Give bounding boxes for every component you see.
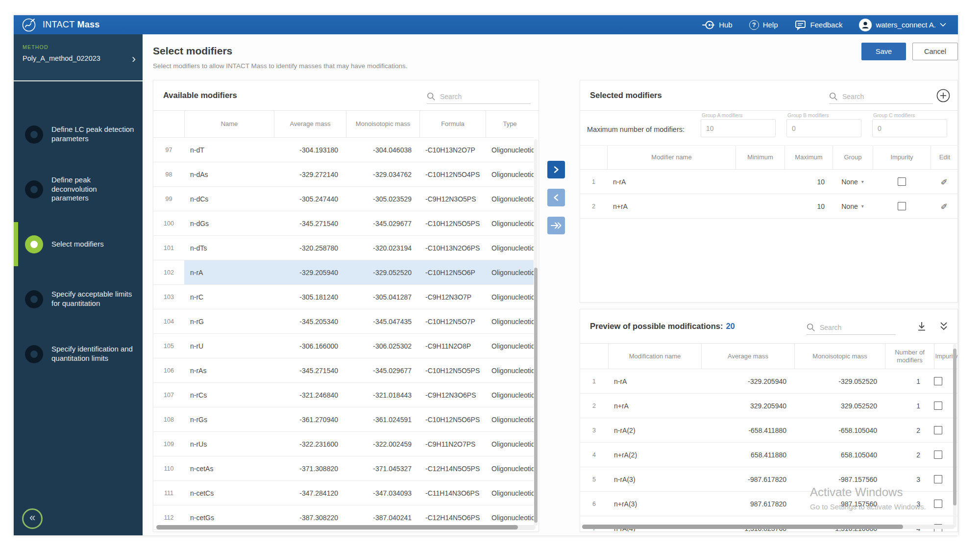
add-modifier-button[interactable] xyxy=(936,88,951,103)
table-row[interactable]: 2 n+rA 10 None▾ ✎ xyxy=(580,194,957,219)
impurity-checkbox[interactable] xyxy=(898,177,906,186)
row-number: 7 xyxy=(580,516,608,532)
move-left-button[interactable] xyxy=(547,189,565,206)
table-row[interactable]: 98 n-dAs -329.272140 -329.034762 -C10H12… xyxy=(153,162,534,187)
impurity-checkbox[interactable] xyxy=(934,377,942,385)
hub-menu-item[interactable]: Hub xyxy=(702,20,733,30)
group-b-input[interactable]: Group B modifiers 0 xyxy=(786,112,861,137)
table-row[interactable]: 111 n-cetCs -347.284120 -347.034093 -C11… xyxy=(153,481,534,505)
average-mass-cell: -345.271540 xyxy=(274,358,346,382)
impurity-checkbox[interactable] xyxy=(934,500,942,508)
group-dropdown[interactable]: None▾ xyxy=(833,178,873,186)
sidebar-step[interactable]: Specify identification and quantitation … xyxy=(14,327,143,381)
search-icon xyxy=(807,323,815,332)
table-row[interactable]: 1 n-rA 10 None▾ ✎ xyxy=(580,170,957,194)
modification-name-cell: n-rA xyxy=(608,369,701,393)
group-input-value: 0 xyxy=(872,119,947,137)
column-header: Modifier name xyxy=(607,146,735,169)
table-row[interactable]: 110 n-cetAs -371.308820 -371.045327 -C12… xyxy=(153,456,534,481)
sidebar-step[interactable]: Define LC peak detection parameters xyxy=(14,107,143,162)
sidebar-step[interactable]: Define peak deconvolution parameters xyxy=(14,162,143,217)
group-dropdown[interactable]: None▾ xyxy=(833,202,873,210)
sidebar-step[interactable]: Specify acceptable limits for quantitati… xyxy=(14,272,143,327)
table-row[interactable]: 105 n-rU -306.166000 -306.025302 -C9H11N… xyxy=(153,334,534,358)
modifier-name-cell: n-dAs xyxy=(184,162,274,186)
table-row[interactable]: 100 n-dGs -345.271540 -345.029677 -C10H1… xyxy=(153,211,534,236)
save-button[interactable]: Save xyxy=(861,43,906,60)
table-row[interactable]: 2 n+rA 329.205940 329.052520 1 xyxy=(580,394,957,418)
selected-table-body: 1 n-rA 10 None▾ ✎ 2 n+rA xyxy=(580,170,957,219)
step-label: Define LC peak detection parameters xyxy=(51,125,136,144)
modifier-name-cell: n-dGs xyxy=(184,211,274,235)
table-row[interactable]: 4 n+rA(2) 658.411880 658.105040 2 xyxy=(580,443,957,467)
search-placeholder: Search xyxy=(842,93,864,101)
number-of-modifiers-cell: 1 xyxy=(885,394,934,418)
preview-panel-title: Preview of possible modifications:20 xyxy=(590,322,735,331)
preview-search-input[interactable]: Search xyxy=(807,320,896,335)
formula-cell: -C10H12N5O5PS xyxy=(419,358,486,382)
modification-name-cell: n+rA xyxy=(608,394,701,418)
impurity-checkbox[interactable] xyxy=(934,475,942,483)
average-mass-cell: -347.284120 xyxy=(274,481,346,505)
vertical-scrollbar[interactable] xyxy=(534,139,538,526)
horizontal-scrollbar[interactable] xyxy=(582,525,955,529)
impurity-checkbox[interactable] xyxy=(898,202,906,210)
horizontal-scrollbar[interactable] xyxy=(156,525,536,529)
column-header: Average mass xyxy=(701,344,794,369)
impurity-checkbox[interactable] xyxy=(934,451,942,459)
download-button[interactable] xyxy=(916,321,927,332)
sidebar-step[interactable]: Select modifiers xyxy=(14,217,143,272)
table-row[interactable]: 97 n-dT -304.193180 -304.046038 -C10H13N… xyxy=(153,138,534,162)
step-label: Specify acceptable limits for quantitati… xyxy=(51,290,136,308)
move-all-right-button[interactable] xyxy=(547,217,565,234)
table-row[interactable]: 109 n-rUs -322.231600 -322.002459 -C9H11… xyxy=(153,432,534,456)
type-cell: Oligonucleotide xyxy=(486,211,534,235)
feedback-menu-item[interactable]: Feedback xyxy=(795,20,843,30)
cancel-button[interactable]: Cancel xyxy=(912,43,958,60)
move-right-button[interactable] xyxy=(547,161,565,178)
available-search-input[interactable]: Search xyxy=(427,89,531,104)
row-number: 1 xyxy=(580,170,607,194)
sidebar-collapse-button[interactable]: « xyxy=(22,508,43,529)
group-a-input[interactable]: Group A modifiers 10 xyxy=(701,112,776,137)
table-row[interactable]: 104 n-rG -345.205340 -345.047435 -C10H12… xyxy=(153,309,534,334)
edit-pencil-icon[interactable]: ✎ xyxy=(939,178,950,185)
step-label: Specify identification and quantitation … xyxy=(51,345,136,363)
step-circle-icon xyxy=(25,345,43,363)
maximum-cell: 10 xyxy=(784,194,833,218)
selected-search-input[interactable]: Search xyxy=(829,89,933,104)
table-row[interactable]: 6 n+rA(3) 987.617820 987.157560 3 xyxy=(580,492,957,516)
screen: INTACT Mass Hub ? Help xyxy=(0,0,980,553)
search-placeholder: Search xyxy=(440,93,462,101)
table-row[interactable]: 7 n-rA(4) -1,316.823760 -1,316.210080 4 xyxy=(580,516,957,532)
step-circle-icon xyxy=(25,235,43,253)
help-menu-item[interactable]: ? Help xyxy=(749,20,778,30)
impurity-checkbox[interactable] xyxy=(934,426,942,434)
average-mass-cell: 987.617820 xyxy=(701,492,794,516)
table-row[interactable]: 3 n-rA(2) -658.411880 -658.105040 2 xyxy=(580,418,957,443)
impurity-checkbox[interactable] xyxy=(934,402,942,410)
table-row[interactable]: 102 n-rA -329.205940 -329.052520 -C10H12… xyxy=(153,260,534,285)
column-header xyxy=(153,111,184,137)
table-row[interactable]: 1 n-rA -329.205940 -329.052520 1 xyxy=(580,369,957,394)
expand-double-chevron-button[interactable] xyxy=(939,321,949,332)
vertical-scrollbar[interactable] xyxy=(953,344,956,528)
type-cell: Oligonucleotide xyxy=(486,334,534,358)
table-row[interactable]: 108 n-rGs -361.270940 -361.024591 -C10H1… xyxy=(153,407,534,432)
app-title: INTACT Mass xyxy=(43,20,100,30)
table-row[interactable]: 5 n-rA(3) -987.617820 -987.157560 3 xyxy=(580,467,957,492)
row-number: 110 xyxy=(153,456,184,480)
step-circle-icon xyxy=(25,180,43,199)
table-row[interactable]: 107 n-rCs -321.246840 -321.018443 -C9H12… xyxy=(153,383,534,407)
method-header[interactable]: METHOD Poly_A_method_022023 › xyxy=(14,34,143,81)
formula-cell: -C9H11N2O7PS xyxy=(419,432,486,456)
user-menu[interactable]: waters_connect A. xyxy=(859,19,946,31)
column-header: Minimum xyxy=(735,146,784,169)
table-row[interactable]: 101 n-dTs -320.258780 -320.023194 -C10H1… xyxy=(153,236,534,260)
table-row[interactable]: 103 n-rC -305.181240 -305.041287 -C9H12N… xyxy=(153,285,534,309)
table-row[interactable]: 106 n-rAs -345.271540 -345.029677 -C10H1… xyxy=(153,358,534,383)
group-c-input[interactable]: Group C modifiers 0 xyxy=(872,112,947,137)
edit-pencil-icon[interactable]: ✎ xyxy=(939,202,950,209)
monoisotopic-mass-cell: -345.047435 xyxy=(346,309,419,333)
table-row[interactable]: 99 n-dCs -305.247440 -305.023529 -C9H12N… xyxy=(153,187,534,211)
